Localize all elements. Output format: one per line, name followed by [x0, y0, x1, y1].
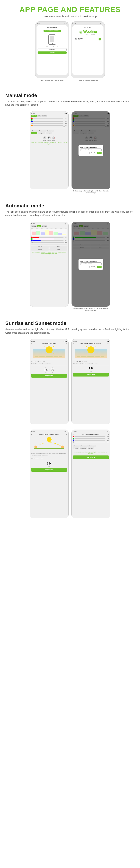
sunrise-section: Sunrise and Sunset mode Simulate sunrise… [0, 315, 140, 335]
green-slider[interactable] [33, 120, 64, 120]
device-list-item[interactable]: WEEFINE RF-Leal 1.1 + [73, 37, 102, 41]
svg-rect-16 [35, 356, 38, 356]
auto-white-slider[interactable] [33, 242, 64, 243]
ss4-label: SET THE BRIGHTNESS MODE [82, 434, 99, 435]
succeed-btn[interactable]: Succeed [38, 52, 67, 54]
divider-ss2b [73, 366, 109, 366]
edit-icon-ss2[interactable]: ✎ [107, 343, 109, 345]
bright-green-dot [73, 438, 74, 439]
back-arrow-ss4[interactable]: ‹ [73, 433, 74, 435]
ss3-status: 17:52 ψ ▲▼ 令 ■ [31, 431, 67, 433]
preset-chili-ss4[interactable]: Chili rangiing [88, 445, 96, 447]
bar-4 [45, 230, 49, 235]
preset-shrimp-tank-ss4[interactable]: Shrimp tank [79, 447, 87, 449]
edit-icon-ss1[interactable]: ✎ [66, 343, 67, 345]
determine-btn-ss3[interactable]: DETERMINE [31, 468, 67, 472]
preset-fish-tank[interactable]: Fish tank [31, 132, 37, 134]
time-axis: 00:00 03:00 06:00 09:00 12:00 15:00 18:0… [31, 228, 67, 229]
auto-mode-tabs: MANUAL AUTO SUNRISE [31, 225, 67, 227]
preset-chili[interactable]: Chili rangiing [46, 130, 55, 132]
tab-manual-al[interactable]: MANUAL [31, 225, 37, 227]
amber-slider[interactable] [33, 125, 64, 126]
preset-red-grass-ss4[interactable]: Red grass [73, 445, 79, 447]
white-slider[interactable] [33, 123, 64, 124]
sunset-time-wrap: 17:52 ψ ▲▼ 令 ■ ‹ SET THE SUNSET TIME ✎ [30, 339, 69, 424]
modal-cancel-btn[interactable]: Cancel [90, 152, 96, 154]
duration-val-ss3[interactable]: 1 H [31, 462, 67, 465]
bright-slider-red: 0% [73, 436, 109, 437]
slider-green: 0% [31, 119, 67, 121]
auto-slider-blue: 25% [31, 240, 67, 242]
tab-auto-al[interactable]: AUTO [37, 225, 41, 227]
duration-val-ss2[interactable]: 1 H [73, 367, 109, 370]
comparation-wrap: 17:52 ψ ▲▼ 令 ■ ‹ SET THE COMPARATION OF … [71, 339, 110, 424]
auto-read-btn[interactable]: Read [49, 246, 67, 248]
hour-val[interactable]: 14 [44, 368, 47, 372]
divider-ss1 [31, 360, 67, 360]
preset-shrimp-tank[interactable]: Shrimp tank [38, 132, 45, 134]
svg-text:W: W [80, 31, 82, 33]
determine-btn-ss2[interactable]: DETERMINE [73, 373, 109, 376]
min-prev: 28 [51, 367, 54, 368]
red-slider[interactable] [33, 118, 64, 119]
weefine-logo-icon: W [79, 31, 82, 34]
tab-manual[interactable]: MANUAL [31, 115, 37, 117]
duration-unit-ss3: 2 H [31, 466, 67, 467]
preset-full-open-ss4[interactable]: Full open [88, 447, 94, 449]
device-naming-label: DEVICE NAMING [38, 27, 67, 28]
manual-left-wrap: 17:52 ψ ▲▼ 令 ■ MANUAL AUTO SUNRISE 0% [30, 111, 69, 194]
determine-btn-ss4[interactable]: DETERMINE [73, 456, 109, 459]
auto-red-slider[interactable] [33, 237, 64, 238]
tab-sunrise-al[interactable]: SUNRISE [41, 225, 47, 227]
determine-btn-ss1[interactable]: DETERMINE [31, 374, 67, 378]
modal-input-field[interactable]: No more than 10 words [80, 149, 102, 151]
back-arrow-ss3[interactable]: ‹ [31, 433, 32, 435]
preset-fish-tank-ss4[interactable]: Fish tank [73, 447, 79, 449]
green-dot [31, 119, 33, 121]
tab-auto[interactable]: AUTO [37, 115, 41, 117]
read-action[interactable]: 📖 Read [52, 136, 55, 141]
auto-reset-btn[interactable]: Reset [49, 248, 67, 251]
bright-white-slider[interactable] [75, 442, 105, 442]
auto-white-dot [31, 242, 33, 243]
min-val[interactable]: 29 [51, 368, 54, 372]
add-device-btn[interactable]: + [99, 38, 101, 40]
chart-bars [32, 230, 66, 235]
slider-white: 0% [31, 123, 67, 124]
svg-point-22 [88, 346, 95, 353]
auto-modal-cancel-btn[interactable]: Cancel [90, 266, 96, 268]
auto-green-slider[interactable] [33, 239, 64, 239]
manual-right-wrap: 17:52 ψ ▲▼ 令 ■ MANUAL AUTO SUNRISE 0% 0% [71, 111, 110, 194]
read-icon: 📖 [52, 136, 55, 140]
bright-red-slider[interactable] [75, 436, 105, 437]
preset-full-open[interactable]: Full open [46, 132, 52, 134]
auto-save-btn[interactable]: Save as [31, 246, 49, 248]
preset-green-grass-ss4[interactable]: Green grass [80, 445, 88, 447]
back-arrow-ss1[interactable]: ‹ [31, 343, 32, 345]
auto-modal-input[interactable]: No more than 10 words [80, 262, 102, 265]
bright-green-slider[interactable] [75, 438, 105, 439]
edit-icon-ss4[interactable]: ✎ [107, 433, 109, 435]
set-on-label-ss2: SET THE TIME OF ON： [73, 361, 109, 363]
bright-blue-slider[interactable] [75, 440, 105, 440]
save-action[interactable]: 💾 Save as [47, 136, 51, 141]
back-arrow-ss2[interactable]: ‹ [73, 343, 74, 345]
blue-slider[interactable] [33, 121, 64, 122]
sun-graphic-3 [31, 436, 67, 451]
phone-name-input[interactable]: WEEFINE [38, 48, 67, 51]
min-next: 30 [51, 372, 54, 373]
sunset-time-phone: 17:52 ψ ▲▼ 令 ■ ‹ SET THE SUNSET TIME ✎ [30, 339, 69, 424]
preset-green-grass[interactable]: Green grass [38, 130, 46, 132]
automatic-mode-section: Automatic mode The light effect can be s… [0, 198, 140, 217]
weefine-tagline: ENJOY LIFE [83, 34, 97, 35]
modal-save-btn[interactable]: Save [97, 152, 102, 154]
preset-red-grass[interactable]: Red grass [31, 130, 38, 132]
auto-modal-save-btn[interactable]: Save [97, 266, 102, 268]
auto-blue-slider[interactable] [33, 241, 64, 241]
close-action[interactable]: ✕ Close [43, 136, 46, 141]
auto-preview-btn[interactable]: Preview [31, 248, 49, 251]
tab-sunrise[interactable]: SUNRISE [41, 115, 47, 117]
page-title: APP PAGE AND FEATURES [4, 5, 136, 14]
brightness-mode-phone: 17:52 ψ ▲▼ 令 ■ ‹ SET THE BRIGHTNESS MODE… [71, 430, 110, 518]
edit-icon-ss3[interactable]: ✎ [66, 433, 67, 435]
